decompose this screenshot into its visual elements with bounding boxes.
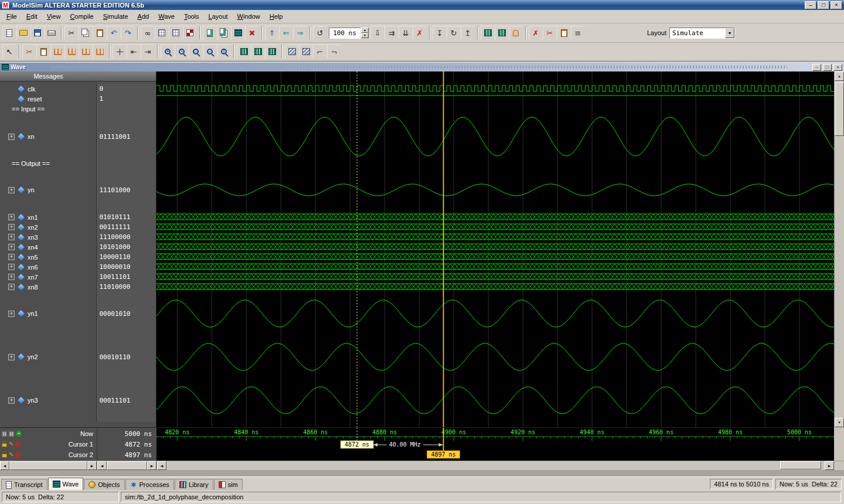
- save-button[interactable]: [30, 26, 45, 40]
- profile-button[interactable]: [481, 26, 495, 40]
- title-bar[interactable]: M ModelSim ALTERA STARTER EDITION 6.5b –…: [0, 0, 844, 10]
- signal-row-xn3[interactable]: +xn311100000: [0, 232, 156, 242]
- values-scroll-thumb[interactable]: [107, 461, 147, 470]
- cursor1-lock-icon[interactable]: [2, 443, 7, 447]
- menu-item-layout[interactable]: Layout: [204, 11, 233, 22]
- vertical-scroll-track[interactable]: [835, 136, 844, 418]
- clipboard-button[interactable]: [557, 26, 571, 40]
- menu-item-window[interactable]: Window: [233, 11, 265, 22]
- expand-icon[interactable]: +: [8, 214, 15, 220]
- titlebar-grip[interactable]: [51, 65, 787, 69]
- add-selected-to-wave-button[interactable]: [183, 26, 197, 40]
- expand-all-button[interactable]: [169, 26, 183, 40]
- signal-row-xn1[interactable]: +xn101010111: [0, 212, 156, 222]
- zoom-in-button[interactable]: +: [161, 45, 175, 59]
- expand-icon[interactable]: +: [8, 354, 15, 360]
- wave-edit-paste-button[interactable]: [36, 45, 50, 59]
- vertical-scroll-thumb[interactable]: [835, 82, 844, 136]
- wave-scroll-left-icon[interactable]: ◀: [157, 461, 166, 470]
- now-row[interactable]: + Now 5000 ns: [0, 428, 156, 439]
- expanded-time-events-button[interactable]: [251, 45, 265, 59]
- wave-scroll-track[interactable]: [166, 461, 825, 470]
- menu-item-add[interactable]: Add: [133, 11, 154, 22]
- scroll-up-icon[interactable]: ▲: [835, 71, 844, 81]
- wave-maximize-button[interactable]: □: [823, 64, 832, 71]
- maximize-button[interactable]: □: [818, 1, 829, 9]
- tab-wave[interactable]: Wave: [48, 478, 84, 490]
- close-button[interactable]: ×: [831, 1, 842, 9]
- timeline-svg[interactable]: 4820 ns4840 ns4860 ns4880 ns4900 ns4920 …: [156, 428, 834, 461]
- wave-titlebar[interactable]: Wave – □ ×: [0, 63, 844, 71]
- signal-row-xn[interactable]: +xn01111001: [0, 114, 156, 159]
- run-length-input[interactable]: [329, 28, 360, 39]
- zoom-range-button[interactable]: ↔: [203, 45, 217, 59]
- corner-b-button[interactable]: ¬: [327, 45, 341, 59]
- signal-row-reset[interactable]: reset1: [0, 94, 156, 104]
- wave-scroll-right-icon[interactable]: ▶: [825, 461, 834, 470]
- wave-close-button[interactable]: ×: [833, 64, 842, 71]
- wave-scroll-thumb[interactable]: [780, 461, 821, 469]
- memory-profile-button[interactable]: [495, 26, 509, 40]
- compile-button[interactable]: [203, 26, 217, 40]
- values-scroll-left-icon[interactable]: ◀: [97, 461, 107, 470]
- cut-button[interactable]: ✂: [64, 26, 79, 40]
- signal-row-clk[interactable]: clk0: [0, 84, 156, 94]
- cursor1-row[interactable]: ✎ Cursor 1 4872 ns: [0, 439, 156, 449]
- menu-item-wave[interactable]: Wave: [154, 11, 179, 22]
- waveform-svg[interactable]: [156, 71, 834, 427]
- expand-icon[interactable]: +: [8, 274, 15, 280]
- stripes-b-button[interactable]: [299, 45, 313, 59]
- names-scroll-right-icon[interactable]: ▶: [87, 461, 97, 470]
- break-button[interactable]: ✖: [245, 26, 259, 40]
- expand-icon[interactable]: +: [8, 224, 15, 230]
- expand-icon[interactable]: +: [8, 311, 15, 317]
- find-previous-transition-button[interactable]: ⇤: [127, 45, 141, 59]
- cut-signal-button[interactable]: ✂: [543, 26, 557, 40]
- collapse-all-button[interactable]: [155, 26, 169, 40]
- delete-cursor-button[interactable]: ✗: [529, 26, 543, 40]
- spin-down-icon[interactable]: ▼: [361, 33, 369, 38]
- tab-library[interactable]: Library: [175, 479, 213, 490]
- menu-item-compile[interactable]: Compile: [65, 11, 98, 22]
- environment-up-button[interactable]: ⇑: [265, 26, 279, 40]
- copy-button[interactable]: [79, 26, 93, 40]
- wave-vertical-scrollbar[interactable]: ▲ ▼: [834, 71, 844, 427]
- combo-dropdown-icon[interactable]: ▼: [725, 28, 734, 38]
- wave-scrollbar[interactable]: ◀ ▶: [156, 461, 834, 470]
- menu-item-simulate[interactable]: Simulate: [98, 11, 133, 22]
- signal-row-yn1[interactable]: +yn100001010: [0, 292, 156, 335]
- expanded-time-off-button[interactable]: [265, 45, 279, 59]
- signal-row-yn[interactable]: +yn11101000: [0, 168, 156, 212]
- signal-row-xn8[interactable]: +xn811010000: [0, 282, 156, 292]
- options-button[interactable]: ≡: [571, 26, 585, 40]
- environment-back-button[interactable]: ⇐: [279, 26, 293, 40]
- layout-select[interactable]: Simulate ▼: [669, 28, 735, 39]
- tab-transcript[interactable]: Transcript: [1, 479, 47, 490]
- undo-button[interactable]: ↶: [107, 26, 121, 40]
- expand-icon[interactable]: +: [8, 397, 15, 404]
- cursor1-edit-icon[interactable]: ✎: [9, 441, 13, 447]
- expand-icon[interactable]: +: [8, 284, 15, 290]
- step-out-button[interactable]: ↥: [461, 26, 475, 40]
- run-button[interactable]: ⇩: [370, 26, 384, 40]
- expand-icon[interactable]: +: [8, 234, 15, 240]
- wave-edit-insert-pulse-button[interactable]: [50, 45, 64, 59]
- step-over-button[interactable]: ↻: [447, 26, 461, 40]
- expanded-time-deltas-button[interactable]: [237, 45, 251, 59]
- cursor-grid-icon[interactable]: [2, 431, 7, 437]
- step-button[interactable]: ↧: [433, 26, 447, 40]
- cursor2-lock-icon[interactable]: [2, 454, 7, 458]
- menu-item-file[interactable]: File: [2, 11, 22, 22]
- wave-canvas[interactable]: [156, 71, 834, 427]
- tab-sim[interactable]: sim: [214, 479, 243, 490]
- wave-edit-mirror-button[interactable]: [93, 45, 107, 59]
- cursor1-delete-icon[interactable]: [15, 442, 21, 447]
- expand-icon[interactable]: +: [8, 187, 15, 193]
- values-scrollbar[interactable]: ◀ ▶: [97, 461, 156, 470]
- scroll-down-icon[interactable]: ▼: [835, 418, 844, 427]
- spin-up-icon[interactable]: ▲: [361, 28, 369, 33]
- find-next-transition-button[interactable]: ⇥: [141, 45, 155, 59]
- redo-button[interactable]: ↷: [121, 26, 135, 40]
- insert-cursor-button[interactable]: [113, 45, 127, 59]
- signal-row-xn5[interactable]: +xn510000110: [0, 252, 156, 262]
